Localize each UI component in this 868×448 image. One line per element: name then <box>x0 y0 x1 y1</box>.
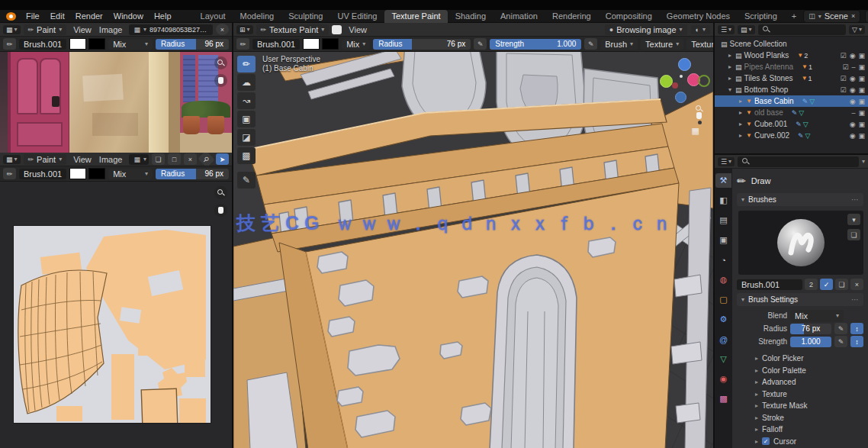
popover-panel-button[interactable]: Texture Mask▾ <box>686 39 713 50</box>
properties-tab[interactable]: ⚒ <box>715 173 731 188</box>
mode-dropdown[interactable]: ✏Paint▾ <box>24 154 67 165</box>
workspace-tab[interactable]: UV Editing <box>330 10 384 23</box>
checkbox-icon[interactable]: ☑ <box>841 52 847 60</box>
chevron-down-icon[interactable]: ▾ <box>847 214 860 225</box>
shading-dropdown[interactable]: ◐▾ <box>691 25 710 34</box>
viewport-tool-button[interactable]: ▩ <box>237 147 256 164</box>
camera-visibility-icon[interactable]: ▣ <box>858 121 865 128</box>
reference-photo[interactable] <box>0 52 232 153</box>
pen-icon[interactable]: ✎ <box>834 336 847 347</box>
eye-icon[interactable]: ◉‒ <box>850 86 856 94</box>
properties-tab[interactable]: ◍ <box>715 272 731 287</box>
properties-tab[interactable]: ▢ <box>715 292 731 307</box>
blend-dropdown[interactable]: Mix▾ <box>790 310 844 322</box>
radius-slider[interactable]: 76 px <box>790 324 831 334</box>
outliner-search-input[interactable] <box>758 24 846 35</box>
eye-icon[interactable]: ◉‒ <box>850 52 856 60</box>
texture-canvas-image[interactable] <box>14 226 211 423</box>
zoom-icon[interactable] <box>214 186 227 199</box>
collapsed-subpanel[interactable]: ▸ ✓ Falloff <box>737 424 863 436</box>
camera-visibility-icon[interactable]: ▣ <box>858 75 865 82</box>
users-count-button[interactable]: 2 <box>805 279 818 290</box>
eye-icon[interactable]: ◉‒ <box>851 109 855 117</box>
brush-icon[interactable]: ✏ <box>236 38 249 50</box>
expand-icon[interactable]: ▸ <box>738 121 744 127</box>
zoom-icon[interactable] <box>214 56 227 69</box>
properties-tab[interactable]: ▽ <box>715 352 731 366</box>
viewport-tool-button[interactable]: ☁ <box>237 74 256 91</box>
brush-name-field[interactable]: Brush.001 <box>252 39 300 50</box>
checkbox-icon[interactable]: ☑ <box>841 86 847 94</box>
workspace-tab[interactable]: Rendering <box>545 10 598 23</box>
pressure-icon[interactable]: ↕ <box>850 336 863 347</box>
expand-icon[interactable]: ▸ <box>738 98 744 105</box>
asset-browser-icon[interactable]: ❏ <box>847 229 860 240</box>
open-image-button[interactable]: □ <box>168 153 181 165</box>
viewport-3d-view[interactable]: ✏☁↝▣◪▩✎ User Perspective (1) Base Cabin <box>233 52 713 448</box>
collapsed-subpanel[interactable]: ▸ ✓ Color Palette <box>737 365 863 377</box>
outliner-root-row[interactable]: ▤ Scene Collection <box>715 38 868 50</box>
editor-type-button[interactable]: ☰▾ <box>718 157 735 166</box>
blend-mode-dropdown[interactable]: Mix▾ <box>108 39 153 50</box>
workspace-tab[interactable]: Animation <box>493 10 545 23</box>
camera-visibility-icon[interactable]: ▣ <box>858 86 865 94</box>
eye-icon[interactable]: ◉‒ <box>851 63 855 71</box>
gizmo-y-neg[interactable] <box>698 75 710 87</box>
properties-tab[interactable]: ▣ <box>715 233 731 247</box>
outliner-row[interactable]: ▾ ▤ ▼ Bottom Shop ✎ ▽ ☑ <box>715 84 868 95</box>
uv-canvas-area[interactable] <box>0 182 232 448</box>
brush-icon[interactable]: ✏ <box>3 168 16 179</box>
viewport-tool-button[interactable]: ↝ <box>237 92 256 109</box>
properties-tab[interactable]: ⚙ <box>715 312 731 327</box>
navigation-gizmo[interactable] <box>660 58 702 101</box>
mode-dropdown[interactable]: ✏Texture Paint▾ <box>256 24 330 35</box>
hand-icon[interactable] <box>214 204 227 217</box>
workspace-tab[interactable]: + <box>785 10 803 23</box>
expand-icon[interactable]: ▸ <box>727 52 733 59</box>
editor-type-button[interactable]: ☰▾ <box>718 25 735 34</box>
camera-visibility-icon[interactable]: ▣ <box>858 98 865 105</box>
collapsed-subpanel[interactable]: ▸ ✓ Advanced <box>737 376 863 388</box>
blend-mode-dropdown[interactable]: Mix▾ <box>108 169 153 179</box>
workspace-tab[interactable]: Layout <box>194 10 233 23</box>
secondary-color-swatch[interactable] <box>322 38 339 50</box>
mode-dropdown[interactable]: ✏Paint▾ <box>24 24 67 35</box>
outliner-row[interactable]: ▸ ▤ ▼ Wood Planks 2 ✎ ▽ ☑ <box>715 50 868 61</box>
camera-visibility-icon[interactable]: ▣ <box>858 109 865 117</box>
editor-type-button[interactable]: ⊞▾ <box>236 25 253 34</box>
collapsed-subpanel[interactable]: ▸ ✓ Color Picker <box>737 353 863 365</box>
eye-icon[interactable]: ◉‒ <box>850 132 856 140</box>
strength-slider[interactable]: Strength 1.000 <box>490 39 581 50</box>
topbar-menu[interactable]: Window <box>108 11 149 21</box>
workspace-tab[interactable]: Compositing <box>599 10 659 23</box>
camera-visibility-icon[interactable]: ▣ <box>858 63 865 71</box>
image-browse-field[interactable]: ▦ ▾ Browsing image <box>129 154 149 165</box>
blend-mode-dropdown[interactable]: Mix▾ <box>342 39 370 50</box>
popover-panel-button[interactable]: Texture▾ <box>641 39 683 50</box>
pressure-icon[interactable]: ↕ <box>850 323 863 334</box>
workspace-tab[interactable]: Sculpting <box>281 10 330 23</box>
properties-tab[interactable]: @ <box>715 332 731 346</box>
eye-icon[interactable]: ◉‒ <box>850 75 856 82</box>
primary-color-swatch[interactable] <box>303 38 320 50</box>
eye-icon[interactable]: ◉‒ <box>850 98 856 105</box>
pen-pressure-icon[interactable]: ✎ <box>584 38 597 50</box>
workspace-tab[interactable]: Shading <box>448 10 493 23</box>
collapsed-subpanel[interactable]: ▸ ✓ Stroke <box>737 412 863 424</box>
viewport-tool-button[interactable]: ✎ <box>237 172 256 189</box>
blender-logo-icon[interactable] <box>6 12 16 21</box>
header-menu[interactable]: Image <box>95 25 127 34</box>
radius-slider[interactable]: Radius 76 px <box>373 39 471 50</box>
header-menu[interactable]: View <box>69 155 95 164</box>
expand-icon[interactable]: ▸ <box>727 75 733 82</box>
checkbox-icon[interactable]: ☑ <box>841 75 847 82</box>
filter-button[interactable]: ▽▾ <box>849 25 865 34</box>
unlink-image-button[interactable]: × <box>216 24 229 35</box>
workspace-tab[interactable]: Geometry Nodes <box>660 10 737 23</box>
outliner-row[interactable]: ▸ ▤ ▼ old base ✎ ▽ ☑ <box>715 107 868 118</box>
paint-mask-toggle[interactable] <box>332 25 342 34</box>
expand-icon[interactable]: ▸ <box>738 109 744 116</box>
duplicate-icon[interactable]: ❏ <box>835 279 848 290</box>
viewport-tool-button[interactable]: ✏ <box>237 56 256 73</box>
editor-type-button[interactable]: ▦▾ <box>3 25 21 34</box>
